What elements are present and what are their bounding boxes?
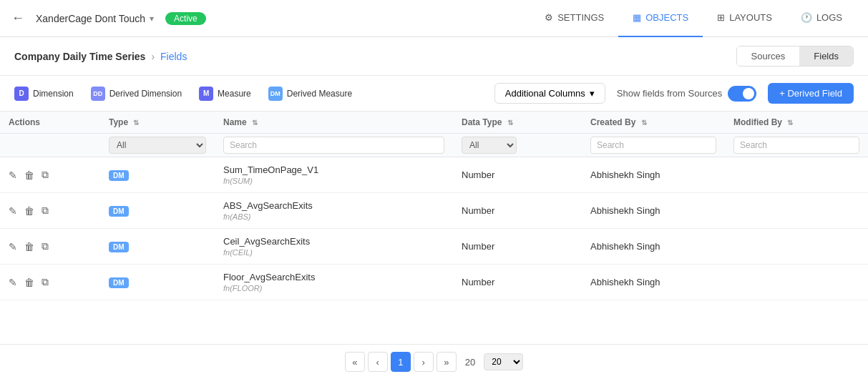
row-name-3: Floor_AvgSearchExits fn(FLOOR)	[215, 265, 453, 300]
row-datatype-3: Number	[453, 265, 582, 300]
row-actions-1: ✎ 🗑 ⧉	[0, 193, 100, 229]
row-modifiedby-2	[725, 229, 868, 265]
show-sources-label: Show fields from Sources	[617, 88, 722, 99]
copy-icon[interactable]: ⧉	[42, 205, 49, 217]
filter-type-cell: All Dimension Measure Derived Dimension …	[100, 134, 215, 157]
field-formula-3: fn(FLOOR)	[223, 284, 444, 292]
sort-icon-type: ⇅	[133, 119, 139, 127]
col-header-name[interactable]: Name ⇅	[215, 112, 453, 134]
breadcrumb-bar: Company Daily Time Series › Fields Sourc…	[0, 37, 868, 76]
nav-item-settings[interactable]: ⚙ SETTINGS	[530, 0, 618, 37]
field-formula-0: fn(SUM)	[223, 177, 444, 185]
legend-dimension: D Dimension	[14, 87, 74, 101]
type-filter-select[interactable]: All Dimension Measure Derived Dimension …	[109, 137, 206, 154]
col-header-modifiedby[interactable]: Modified By ⇅	[725, 112, 868, 134]
last-page-button[interactable]: »	[437, 352, 457, 372]
row-createdby-0: Abhishekh Singh	[582, 157, 725, 193]
derived-dimension-badge: DD	[91, 87, 105, 101]
page-size-select[interactable]: 10 20 50 100	[484, 353, 523, 370]
breadcrumb: Company Daily Time Series › Fields	[14, 51, 187, 62]
delete-icon[interactable]: 🗑	[24, 205, 34, 217]
copy-icon[interactable]: ⧉	[42, 276, 49, 288]
field-name-2: Ceil_AvgSearchExits	[223, 236, 444, 247]
field-name-3: Floor_AvgSearchExits	[223, 272, 444, 282]
breadcrumb-current[interactable]: Fields	[160, 51, 187, 62]
edit-icon[interactable]: ✎	[9, 169, 17, 181]
table-row: ✎ 🗑 ⧉ DM ABS_AvgSearchExits fn(ABS) Numb…	[0, 193, 868, 229]
fields-table: Actions Type ⇅ Name ⇅ Data Type ⇅	[0, 112, 868, 300]
legend-controls: Additional Columns ▾ Show fields from So…	[494, 83, 854, 104]
chevron-down-icon: ▾	[150, 14, 154, 24]
col-header-actions: Actions	[0, 112, 100, 134]
row-actions-0: ✎ 🗑 ⧉	[0, 157, 100, 193]
legend-measure: M Measure	[199, 87, 251, 101]
edit-icon[interactable]: ✎	[9, 205, 17, 217]
modifiedby-filter-input[interactable]	[733, 137, 859, 154]
row-modifiedby-3	[725, 265, 868, 300]
name-filter-input[interactable]	[223, 137, 444, 154]
field-name-0: Sum_TimeOnPage_V1	[223, 164, 444, 175]
row-createdby-3: Abhishekh Singh	[582, 265, 725, 300]
page-size-label: 20	[465, 357, 475, 368]
dimension-badge: D	[14, 87, 29, 101]
measure-badge: M	[199, 87, 213, 101]
derived-measure-label: Derived Measure	[287, 89, 352, 99]
table-row: ✎ 🗑 ⧉ DM Sum_TimeOnPage_V1 fn(SUM) Numbe…	[0, 157, 868, 193]
tab-fields[interactable]: Fields	[799, 46, 853, 66]
nav-item-objects[interactable]: ▦ OBJECTS	[618, 0, 703, 37]
field-name-1: ABS_AvgSearchExits	[223, 200, 444, 211]
back-button[interactable]: ←	[11, 11, 24, 26]
next-page-button[interactable]: ›	[414, 352, 434, 372]
copy-icon[interactable]: ⧉	[42, 169, 49, 181]
nav-item-layouts[interactable]: ⊞ LAYOUTS	[703, 0, 786, 37]
row-createdby-2: Abhishekh Singh	[582, 229, 725, 265]
edit-icon[interactable]: ✎	[9, 277, 17, 288]
filter-row: All Dimension Measure Derived Dimension …	[0, 134, 868, 157]
breadcrumb-root: Company Daily Time Series	[14, 51, 145, 62]
row-datatype-1: Number	[453, 193, 582, 229]
col-header-createdby[interactable]: Created By ⇅	[582, 112, 725, 134]
additional-columns-button[interactable]: Additional Columns ▾	[494, 83, 605, 104]
copy-icon[interactable]: ⧉	[42, 240, 49, 252]
row-name-0: Sum_TimeOnPage_V1 fn(SUM)	[215, 157, 453, 193]
active-status-badge: Active	[165, 12, 206, 25]
row-modifiedby-0	[725, 157, 868, 193]
row-type-3: DM	[100, 265, 215, 300]
row-createdby-1: Abhishekh Singh	[582, 193, 725, 229]
dimension-label: Dimension	[33, 89, 74, 99]
fields-table-container: Actions Type ⇅ Name ⇅ Data Type ⇅	[0, 112, 868, 344]
sort-icon-modifiedby: ⇅	[787, 119, 793, 127]
settings-icon: ⚙	[545, 12, 553, 23]
project-selector[interactable]: XanderCage Dont Touch ▾	[36, 13, 154, 24]
legend-derived-measure: DM Derived Measure	[268, 87, 352, 101]
nav-item-logs[interactable]: 🕐 LOGS	[786, 0, 857, 37]
createdby-filter-input[interactable]	[590, 137, 716, 154]
show-sources-toggle-group: Show fields from Sources	[617, 86, 756, 102]
table-row: ✎ 🗑 ⧉ DM Ceil_AvgSearchExits fn(CEIL) Nu…	[0, 229, 868, 265]
first-page-button[interactable]: «	[345, 352, 365, 372]
type-badge-3: DM	[109, 277, 129, 288]
delete-icon[interactable]: 🗑	[24, 241, 34, 252]
table-row: ✎ 🗑 ⧉ DM Floor_AvgSearchExits fn(FLOOR) …	[0, 265, 868, 300]
datatype-filter-select[interactable]: All Number Text Date	[462, 137, 517, 154]
filter-modifiedby-cell	[725, 134, 868, 157]
edit-icon[interactable]: ✎	[9, 241, 17, 252]
delete-icon[interactable]: 🗑	[24, 277, 34, 288]
type-badge-1: DM	[109, 206, 129, 217]
row-name-1: ABS_AvgSearchExits fn(ABS)	[215, 193, 453, 229]
delete-icon[interactable]: 🗑	[24, 169, 34, 181]
prev-page-button[interactable]: ‹	[368, 352, 388, 372]
type-badge-0: DM	[109, 170, 129, 181]
row-actions-3: ✎ 🗑 ⧉	[0, 265, 100, 300]
col-header-datatype[interactable]: Data Type ⇅	[453, 112, 582, 134]
show-sources-toggle[interactable]	[728, 86, 756, 102]
row-datatype-2: Number	[453, 229, 582, 265]
row-modifiedby-1	[725, 193, 868, 229]
sort-icon-datatype: ⇅	[507, 119, 513, 127]
row-actions-2: ✎ 🗑 ⧉	[0, 229, 100, 265]
chevron-down-icon: ▾	[590, 88, 595, 99]
page-1-button[interactable]: 1	[391, 352, 411, 372]
tab-sources[interactable]: Sources	[737, 46, 800, 66]
col-header-type[interactable]: Type ⇅	[100, 112, 215, 134]
derived-field-button[interactable]: + Derived Field	[768, 83, 854, 104]
